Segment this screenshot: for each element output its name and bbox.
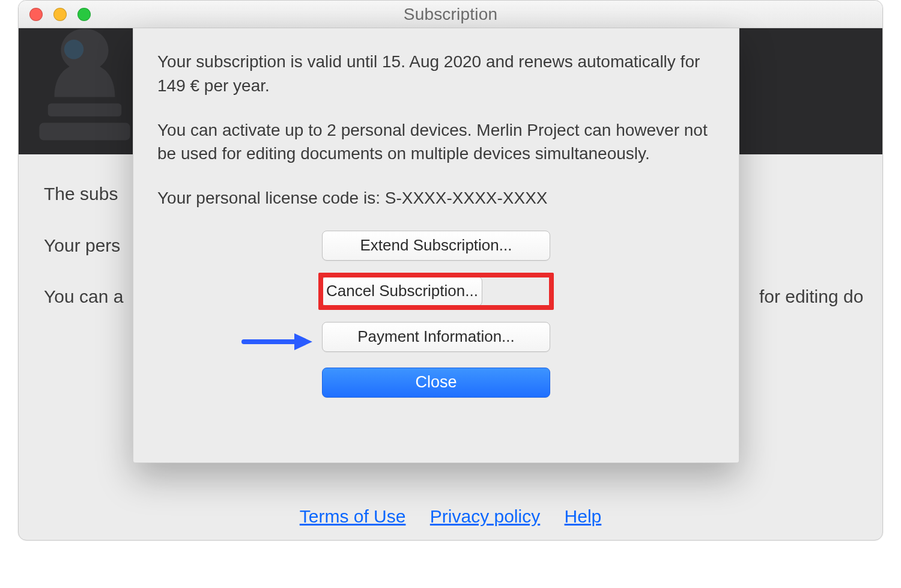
annotation-arrow-icon	[241, 331, 314, 353]
privacy-policy-link[interactable]: Privacy policy	[430, 506, 540, 526]
window-controls	[29, 8, 91, 21]
sheet-button-stack: Extend Subscription... Cancel Subscripti…	[322, 231, 550, 398]
svg-rect-0	[48, 103, 121, 117]
device-limit-text: You can activate up to 2 personal device…	[157, 118, 715, 166]
terms-of-use-link[interactable]: Terms of Use	[300, 506, 406, 526]
svg-rect-1	[39, 123, 130, 141]
window-titlebar: Subscription	[19, 1, 882, 28]
annotation-highlight: Cancel Subscription...	[318, 273, 554, 310]
window-title: Subscription	[404, 5, 497, 24]
close-button[interactable]: Close	[322, 368, 550, 398]
extend-subscription-button[interactable]: Extend Subscription...	[322, 231, 550, 261]
chess-piece-icon	[31, 22, 139, 154]
close-window-button[interactable]	[29, 8, 43, 21]
zoom-window-button[interactable]	[77, 8, 91, 21]
subscription-window: Subscription The subs Your pers You can …	[18, 0, 883, 541]
cancel-subscription-button[interactable]: Cancel Subscription...	[322, 276, 482, 306]
payment-information-button[interactable]: Payment Information...	[322, 322, 550, 352]
minimize-window-button[interactable]	[53, 8, 67, 21]
help-link[interactable]: Help	[565, 506, 602, 526]
svg-point-2	[64, 40, 83, 59]
subscription-validity-text: Your subscription is valid until 15. Aug…	[157, 50, 715, 98]
svg-marker-4	[294, 333, 312, 350]
license-code-text: Your personal license code is: S-XXXX-XX…	[157, 186, 715, 210]
subscription-sheet: Your subscription is valid until 15. Aug…	[133, 28, 739, 463]
footer-links: Terms of Use Privacy policy Help	[19, 506, 882, 527]
